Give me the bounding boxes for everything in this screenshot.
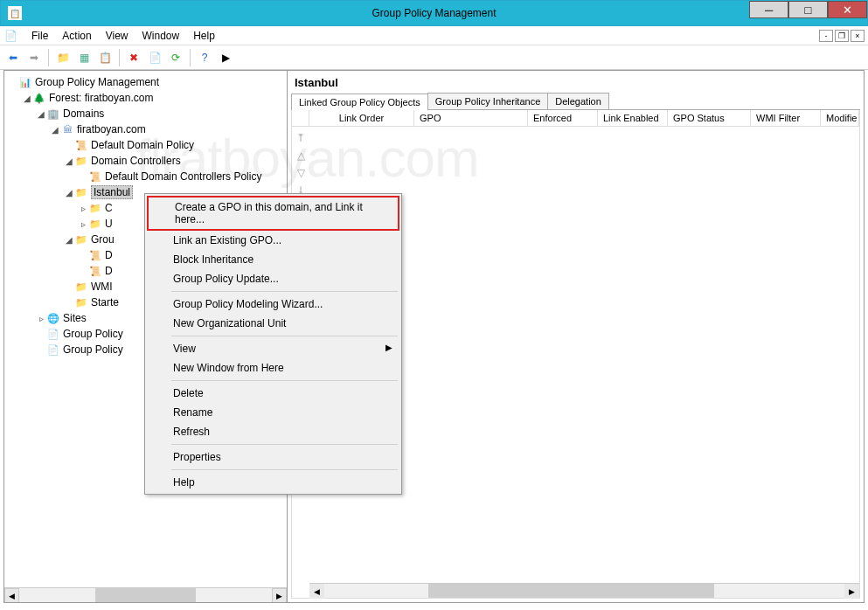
menu-properties[interactable]: Properties xyxy=(147,447,399,467)
column-wmi-filter[interactable]: WMI Filter xyxy=(751,110,821,126)
menu-help[interactable]: Help xyxy=(186,28,222,44)
submenu-arrow-icon: ▶ xyxy=(385,343,392,352)
move-top-icon[interactable]: ⤒ xyxy=(296,132,305,144)
menu-block-inheritance[interactable]: Block Inheritance xyxy=(147,250,399,269)
forward-button[interactable]: ➡ xyxy=(24,48,44,67)
menu-gp-update[interactable]: Group Policy Update... xyxy=(147,269,399,288)
move-up-icon[interactable]: △ xyxy=(297,149,305,162)
menu-separator xyxy=(171,380,398,381)
menu-separator xyxy=(171,444,398,445)
scroll-left-icon[interactable]: ◀ xyxy=(4,588,19,602)
close-button[interactable]: ✕ xyxy=(828,1,867,18)
action-pane-button[interactable]: ▶ xyxy=(216,48,235,67)
column-gpo[interactable]: GPO xyxy=(414,110,528,126)
menu-separator xyxy=(171,469,398,470)
menu-separator xyxy=(171,291,398,292)
menu-view[interactable]: View▶ xyxy=(147,339,399,358)
app-icon: 📋 xyxy=(8,6,22,20)
minimize-button[interactable]: ─ xyxy=(749,1,788,18)
scroll-right-icon[interactable]: ▶ xyxy=(844,584,859,599)
scroll-thumb[interactable] xyxy=(428,584,714,598)
menu-separator xyxy=(171,336,398,336)
tree-forest[interactable]: ◢🌲 Forest: firatboyan.com xyxy=(4,90,287,106)
mmc-icon: 📄 xyxy=(3,29,17,43)
tab-gp-inheritance[interactable]: Group Policy Inheritance xyxy=(427,93,548,109)
details-hscrollbar[interactable]: ◀ ▶ xyxy=(309,583,859,598)
tree-domain[interactable]: ◢🏛 firatboyan.com xyxy=(4,121,287,137)
menu-help[interactable]: Help xyxy=(147,473,399,492)
menu-delete[interactable]: Delete xyxy=(147,384,399,403)
scroll-right-icon[interactable]: ▶ xyxy=(272,588,287,602)
order-arrows: ⤒ △ ▽ ⤓ xyxy=(292,127,309,197)
maximize-button[interactable]: □ xyxy=(788,1,828,18)
tab-delegation[interactable]: Delegation xyxy=(547,93,609,109)
move-down-icon[interactable]: ▽ xyxy=(297,167,305,179)
tree-domains[interactable]: ◢🏢 Domains xyxy=(4,106,287,121)
refresh-button[interactable]: ⟳ xyxy=(166,48,185,67)
delete-button[interactable]: ✖ xyxy=(124,48,143,67)
toolbar: ⬅ ➡ 📁 ▦ 📋 ✖ 📄 ⟳ ? ▶ xyxy=(0,45,868,70)
scroll-thumb[interactable] xyxy=(95,588,197,602)
column-link-enabled[interactable]: Link Enabled xyxy=(598,110,668,126)
column-gutter xyxy=(292,110,309,126)
context-menu: Create a GPO in this domain, and Link it… xyxy=(144,193,402,495)
menu-rename[interactable]: Rename xyxy=(147,403,399,422)
help-button[interactable]: ? xyxy=(195,48,214,67)
menu-window[interactable]: Window xyxy=(135,28,187,44)
mdi-minimize[interactable]: - xyxy=(819,30,833,42)
menu-view[interactable]: View xyxy=(99,28,135,44)
properties-button[interactable]: 📄 xyxy=(145,48,164,67)
mdi-restore[interactable]: ❐ xyxy=(835,30,849,42)
column-link-order[interactable]: Link Order xyxy=(309,110,414,126)
title-bar: 📋 Group Policy Management ─ □ ✕ xyxy=(0,0,868,26)
menu-action[interactable]: Action xyxy=(55,28,98,44)
tree-default-domain-policy[interactable]: 📜 Default Domain Policy xyxy=(4,137,287,153)
tab-linked-gpos[interactable]: Linked Group Policy Objects xyxy=(291,94,428,110)
tree-root[interactable]: 📊 Group Policy Management xyxy=(4,74,287,90)
copy-button[interactable]: 📋 xyxy=(95,48,115,67)
column-enforced[interactable]: Enforced xyxy=(528,110,598,126)
menu-new-window[interactable]: New Window from Here xyxy=(147,358,399,378)
show-hide-tree-button[interactable]: ▦ xyxy=(74,48,94,67)
menu-refresh[interactable]: Refresh xyxy=(147,422,399,441)
scroll-left-icon[interactable]: ◀ xyxy=(309,584,324,599)
menu-bar: 📄 File Action View Window Help - ❐ × xyxy=(0,26,868,45)
tab-strip: Linked Group Policy Objects Group Policy… xyxy=(291,93,860,110)
column-modified[interactable]: Modifie xyxy=(821,110,859,126)
back-button[interactable]: ⬅ xyxy=(3,48,23,67)
tree-default-dc-policy[interactable]: 📜 Default Domain Controllers Policy xyxy=(4,169,287,184)
mdi-close[interactable]: × xyxy=(851,30,865,42)
menu-create-gpo-link[interactable]: Create a GPO in this domain, and Link it… xyxy=(147,196,399,231)
menu-file[interactable]: File xyxy=(24,28,55,44)
column-gpo-status[interactable]: GPO Status xyxy=(668,110,751,126)
tree-domain-controllers[interactable]: ◢📁 Domain Controllers xyxy=(4,153,287,169)
menu-link-existing-gpo[interactable]: Link an Existing GPO... xyxy=(147,231,399,250)
tree-hscrollbar[interactable]: ◀ ▶ xyxy=(4,587,287,602)
up-button[interactable]: 📁 xyxy=(53,48,73,67)
column-headers: Link Order GPO Enforced Link Enabled GPO… xyxy=(291,110,860,127)
details-heading: Istanbul xyxy=(291,74,860,91)
window-title: Group Policy Management xyxy=(372,7,496,19)
menu-new-ou[interactable]: New Organizational Unit xyxy=(147,314,399,333)
main-content: 📊 Group Policy Management ◢🌲 Forest: fir… xyxy=(3,70,865,603)
menu-gp-modeling-wizard[interactable]: Group Policy Modeling Wizard... xyxy=(147,295,399,314)
